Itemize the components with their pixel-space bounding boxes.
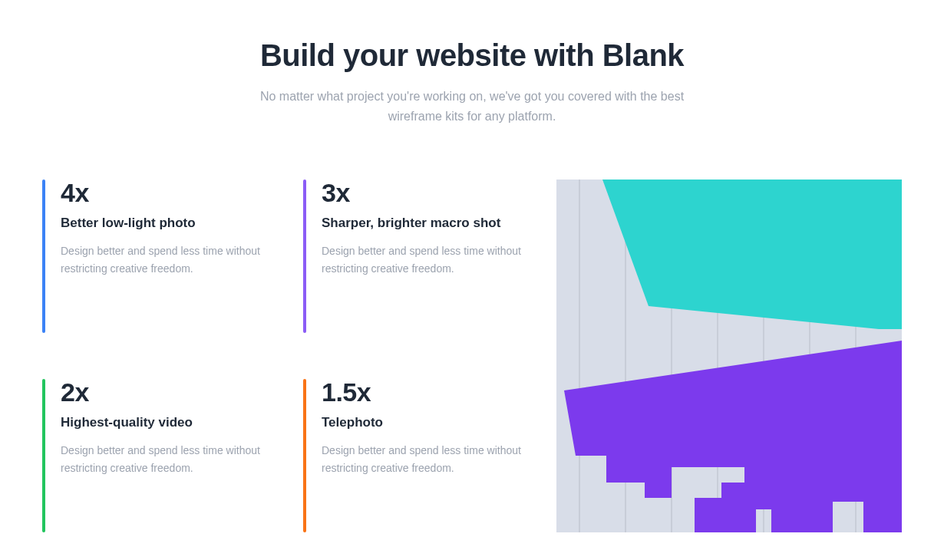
feature-card: 3x Sharper, brighter macro shot Design b…	[303, 180, 526, 333]
feature-description: Design better and spend less time withou…	[322, 442, 526, 476]
features-grid: 4x Better low-light photo Design better …	[42, 180, 526, 532]
feature-description: Design better and spend less time withou…	[322, 242, 526, 277]
feature-card: 2x Highest-quality video Design better a…	[42, 379, 265, 532]
feature-stat: 3x	[322, 180, 526, 206]
feature-stat: 1.5x	[322, 379, 526, 405]
page-title: Build your website with Blank	[42, 38, 902, 73]
feature-title: Sharper, brighter macro shot	[322, 215, 526, 232]
feature-stat: 4x	[61, 180, 265, 206]
accent-bar	[42, 379, 45, 532]
accent-bar	[303, 180, 306, 333]
accent-bar	[303, 379, 306, 532]
feature-title: Better low-light photo	[61, 215, 265, 232]
page-subtitle: No matter what project you're working on…	[257, 87, 687, 126]
feature-title: Telephoto	[322, 414, 526, 431]
feature-title: Highest-quality video	[61, 414, 265, 431]
feature-card: 4x Better low-light photo Design better …	[42, 180, 265, 333]
feature-card: 1.5x Telephoto Design better and spend l…	[303, 379, 526, 532]
hero-image	[556, 180, 902, 532]
feature-description: Design better and spend less time withou…	[61, 242, 265, 277]
accent-bar	[42, 180, 45, 333]
page-header: Build your website with Blank No matter …	[42, 38, 902, 126]
feature-stat: 2x	[61, 379, 265, 405]
feature-description: Design better and spend less time withou…	[61, 442, 265, 476]
